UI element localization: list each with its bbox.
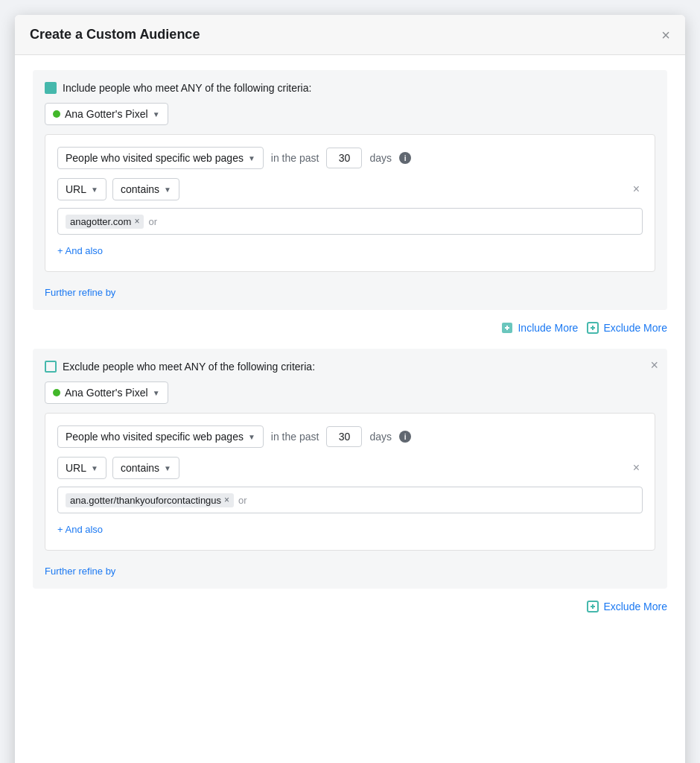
exclude-tag-close-icon[interactable]: ×: [224, 495, 229, 505]
exclude-rule-type-label: People who visited specific web pages: [66, 431, 244, 443]
exclude-days-label: days: [369, 431, 392, 443]
include-checkbox-icon: [45, 82, 57, 94]
exclude-and-also-container: + And also: [57, 521, 643, 538]
svg-rect-8: [592, 604, 594, 609]
include-tag-row: anagotter.com × or: [57, 208, 643, 235]
exclude-checkbox-icon: [45, 361, 57, 373]
include-rule-type-label: People who visited specific web pages: [66, 152, 244, 164]
exclude-pixel-chevron-icon: ▼: [153, 389, 160, 397]
exclude-further-refine[interactable]: Further refine by: [45, 566, 115, 577]
url-chevron-icon: ▼: [91, 186, 98, 194]
exclude-pixel-selector[interactable]: Ana Gotter's Pixel ▼: [45, 382, 168, 404]
exclude-more-top-button[interactable]: Exclude More: [587, 322, 667, 334]
include-filter-row: URL ▼ contains ▼ ×: [57, 178, 643, 200]
exclude-criteria-box: People who visited specific web pages ▼ …: [45, 413, 655, 551]
exclude-filter-close-icon[interactable]: ×: [630, 458, 643, 478]
include-more-label: Include More: [518, 322, 578, 334]
include-section-header: Include people who meet ANY of the follo…: [45, 82, 655, 94]
exclude-contains-dropdown[interactable]: contains ▼: [112, 457, 179, 479]
exclude-days-input[interactable]: [326, 426, 362, 447]
exclude-url-tag: ana.gotter/thankyouforcontactingus ×: [66, 493, 234, 507]
include-url-tag: anagotter.com ×: [66, 215, 144, 229]
exclude-tag-row: ana.gotter/thankyouforcontactingus × or: [57, 487, 643, 513]
exclude-pixel-dot: [53, 389, 60, 396]
include-filter-row-inner: URL ▼ contains ▼: [57, 178, 624, 200]
exclude-rule-row: People who visited specific web pages ▼ …: [57, 425, 643, 448]
exclude-url-tag-area[interactable]: ana.gotter/thankyouforcontactingus × or: [57, 487, 643, 513]
include-rule-row: People who visited specific web pages ▼ …: [57, 147, 643, 169]
exclude-filter-row-inner: URL ▼ contains ▼: [57, 457, 624, 479]
pixel-chevron-icon: ▼: [153, 110, 160, 118]
exclude-url-label: URL: [66, 462, 86, 474]
exclude-url-dropdown[interactable]: URL ▼: [57, 457, 106, 479]
include-more-button[interactable]: Include More: [501, 322, 578, 334]
include-pixel-name: Ana Gotter's Pixel: [65, 108, 148, 120]
close-icon[interactable]: ×: [661, 28, 670, 42]
include-url-label: URL: [66, 183, 86, 195]
include-days-input[interactable]: [326, 148, 362, 168]
exclude-section-header: Exclude people who meet ANY of the follo…: [45, 361, 655, 373]
exclude-more-bottom-button[interactable]: Exclude More: [587, 601, 667, 612]
exclude-rule-type-chevron-icon: ▼: [248, 433, 255, 441]
include-section: Include people who meet ANY of the follo…: [33, 70, 667, 310]
exclude-more-top-label: Exclude More: [603, 322, 667, 334]
exclude-section: × Exclude people who meet ANY of the fol…: [33, 349, 667, 589]
include-more-icon: [501, 322, 513, 334]
include-section-label: Include people who meet ANY of the follo…: [63, 82, 311, 94]
exclude-filter-row: URL ▼ contains ▼ ×: [57, 457, 643, 479]
exclude-tag-value: ana.gotter/thankyouforcontactingus: [70, 495, 221, 506]
contains-chevron-icon: ▼: [164, 186, 171, 194]
include-contains-label: contains: [121, 183, 159, 195]
exclude-section-close-icon[interactable]: ×: [650, 358, 658, 373]
include-tag-value: anagotter.com: [70, 216, 131, 227]
svg-rect-2: [506, 326, 508, 330]
exclude-or-label: or: [238, 495, 247, 506]
include-contains-dropdown[interactable]: contains ▼: [112, 178, 179, 200]
include-tag-close-icon[interactable]: ×: [134, 216, 139, 227]
include-and-also-container: + And also: [57, 242, 643, 259]
include-action-row: Include More Exclude More: [33, 322, 667, 334]
svg-rect-5: [592, 326, 594, 330]
pixel-dot: [53, 110, 60, 118]
exclude-rule-type-dropdown[interactable]: People who visited specific web pages ▼: [57, 425, 264, 448]
bottom-action-row: Exclude More: [33, 601, 667, 612]
include-days-label: days: [369, 152, 392, 164]
modal-body: Include people who meet ANY of the follo…: [15, 55, 685, 642]
exclude-section-label: Exclude people who meet ANY of the follo…: [63, 361, 315, 373]
exclude-days-info-icon[interactable]: i: [399, 431, 411, 443]
modal-header: Create a Custom Audience ×: [15, 15, 685, 55]
exclude-more-bottom-label: Exclude More: [603, 601, 667, 612]
include-and-also-button[interactable]: + And also: [57, 242, 103, 259]
include-filter-close-icon[interactable]: ×: [630, 180, 643, 199]
rule-type-chevron-icon: ▼: [248, 154, 255, 162]
exclude-and-also-button[interactable]: + And also: [57, 521, 103, 538]
exclude-more-bottom-icon: [587, 601, 599, 612]
create-custom-audience-modal: Create a Custom Audience × Include peopl…: [15, 15, 685, 763]
include-further-refine[interactable]: Further refine by: [45, 287, 115, 298]
modal-title: Create a Custom Audience: [30, 27, 200, 42]
exclude-pixel-name: Ana Gotter's Pixel: [65, 387, 148, 399]
include-or-label: or: [148, 216, 157, 227]
include-criteria-box: People who visited specific web pages ▼ …: [45, 134, 655, 272]
include-in-the-past: in the past: [271, 152, 319, 164]
include-days-info-icon[interactable]: i: [399, 152, 411, 164]
include-rule-type-dropdown[interactable]: People who visited specific web pages ▼: [57, 147, 264, 169]
exclude-url-chevron-icon: ▼: [91, 464, 98, 472]
exclude-contains-label: contains: [121, 462, 159, 474]
exclude-contains-chevron-icon: ▼: [164, 464, 171, 472]
exclude-more-top-icon: [587, 322, 599, 334]
exclude-in-the-past: in the past: [271, 431, 319, 443]
include-url-tag-area[interactable]: anagotter.com × or: [57, 208, 643, 235]
include-url-dropdown[interactable]: URL ▼: [57, 178, 106, 200]
include-pixel-selector[interactable]: Ana Gotter's Pixel ▼: [45, 103, 168, 125]
